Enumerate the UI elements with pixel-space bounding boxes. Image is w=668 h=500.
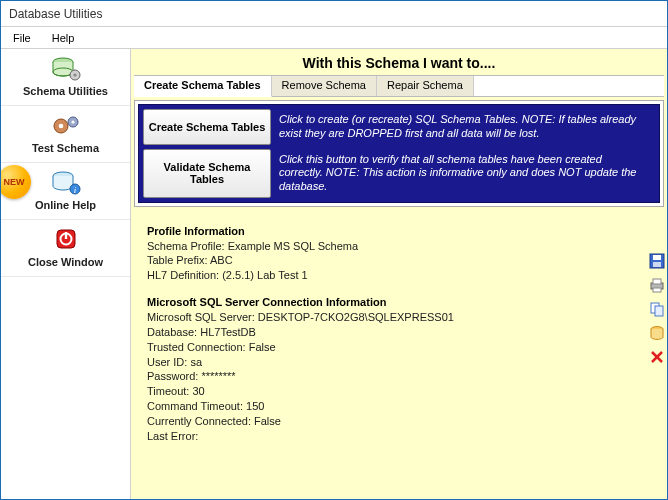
profile-prefix: Table Prefix: ABC <box>147 253 661 268</box>
svg-rect-19 <box>653 288 661 292</box>
conn-server: Microsoft SQL Server: DESKTOP-7CKO2G8\SQ… <box>147 310 661 325</box>
menu-help[interactable]: Help <box>52 32 75 44</box>
sidebar-label: Test Schema <box>1 142 130 154</box>
validate-schema-desc: Click this button to verify that all sch… <box>271 149 655 198</box>
conn-connected: Currently Connected: False <box>147 414 661 429</box>
tab-panel: Create Schema Tables Click to create (or… <box>134 100 664 207</box>
tab-repair-schema[interactable]: Repair Schema <box>377 76 474 96</box>
svg-rect-15 <box>653 255 661 260</box>
conn-timeout: Timeout: 30 <box>147 384 661 399</box>
sidebar-item-close-window[interactable]: Close Window <box>1 220 130 277</box>
conn-cmdtimeout: Command Timeout: 150 <box>147 399 661 414</box>
print-icon[interactable] <box>649 277 665 293</box>
conn-trusted: Trusted Connection: False <box>147 340 661 355</box>
conn-lasterror: Last Error: <box>147 429 661 444</box>
conn-password: Password: ******** <box>147 369 661 384</box>
database-icon[interactable] <box>649 325 665 341</box>
delete-icon[interactable] <box>649 349 665 365</box>
database-info-icon: i <box>49 169 83 197</box>
conn-userid: User ID: sa <box>147 355 661 370</box>
main-heading: With this Schema I want to.... <box>131 49 667 75</box>
sidebar-item-test-schema[interactable]: Test Schema <box>1 106 130 163</box>
create-schema-tables-button[interactable]: Create Schema Tables <box>143 109 271 145</box>
svg-rect-21 <box>655 306 663 316</box>
info-panel: Profile Information Schema Profile: Exam… <box>147 218 661 495</box>
power-icon <box>49 226 83 254</box>
side-toolbar <box>647 253 667 365</box>
tab-create-schema-tables[interactable]: Create Schema Tables <box>134 76 272 97</box>
window-titlebar: Database Utilities <box>1 1 667 27</box>
tab-remove-schema[interactable]: Remove Schema <box>272 76 377 96</box>
menu-bar: File Help <box>1 27 667 49</box>
main-area: With this Schema I want to.... Create Sc… <box>131 49 667 499</box>
gears-icon <box>49 112 83 140</box>
sidebar-label: Schema Utilities <box>1 85 130 97</box>
profile-heading: Profile Information <box>147 224 661 239</box>
profile-hl7def: HL7 Definition: (2.5.1) Lab Test 1 <box>147 268 661 283</box>
window-title: Database Utilities <box>9 7 102 21</box>
database-gear-icon <box>49 55 83 83</box>
tab-strip: Create Schema Tables Remove Schema Repai… <box>134 75 664 97</box>
svg-point-3 <box>73 73 76 76</box>
profile-schema: Schema Profile: Example MS SQL Schema <box>147 239 661 254</box>
svg-rect-18 <box>653 279 661 284</box>
save-icon[interactable] <box>649 253 665 269</box>
svg-rect-16 <box>653 262 661 267</box>
conn-heading: Microsoft SQL Server Connection Informat… <box>147 295 661 310</box>
svg-point-7 <box>71 120 74 123</box>
action-box: Create Schema Tables Click to create (or… <box>138 104 660 203</box>
sidebar-label: Online Help <box>1 199 130 211</box>
sidebar-label: Close Window <box>1 256 130 268</box>
create-schema-desc: Click to create (or recreate) SQL Schema… <box>271 109 655 145</box>
validate-schema-tables-button[interactable]: Validate Schema Tables <box>143 149 271 198</box>
sidebar-item-schema-utilities[interactable]: Schema Utilities <box>1 49 130 106</box>
copy-icon[interactable] <box>649 301 665 317</box>
menu-file[interactable]: File <box>13 32 31 44</box>
svg-point-5 <box>58 124 63 129</box>
conn-database: Database: HL7TestDB <box>147 325 661 340</box>
sidebar: Schema Utilities Test Schema i Online He… <box>1 49 131 499</box>
